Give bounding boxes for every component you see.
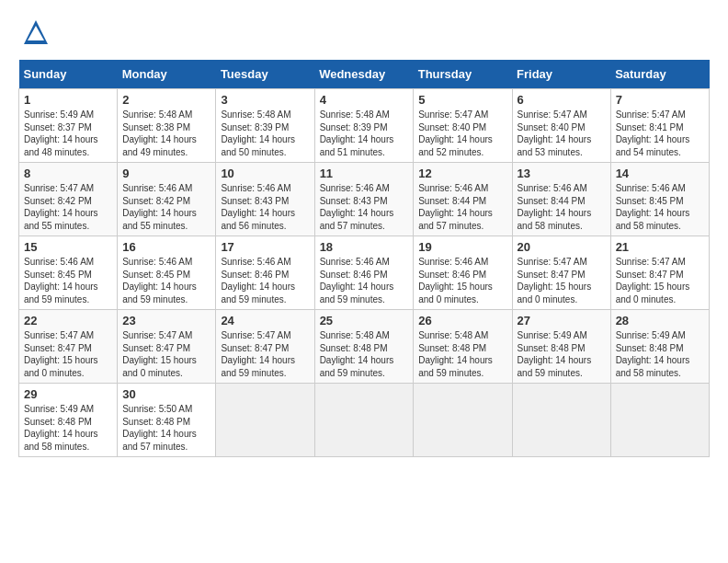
calendar-cell: 26 Sunrise: 5:48 AMSunset: 8:48 PMDaylig… [414,310,512,384]
day-info: Sunrise: 5:46 AMSunset: 8:45 PMDaylight:… [24,257,98,304]
logo-icon [22,18,50,46]
calendar-cell [314,384,414,457]
calendar-cell: 9 Sunrise: 5:46 AMSunset: 8:42 PMDayligh… [118,163,216,236]
day-info: Sunrise: 5:47 AMSunset: 8:47 PMDaylight:… [616,257,690,304]
day-info: Sunrise: 5:47 AMSunset: 8:42 PMDaylight:… [24,183,98,231]
day-info: Sunrise: 5:48 AMSunset: 8:48 PMDaylight:… [320,330,394,378]
calendar-week-1: 1 Sunrise: 5:49 AMSunset: 8:37 PMDayligh… [19,89,710,163]
day-number: 27 [518,314,606,327]
day-number: 28 [616,314,704,327]
calendar-cell: 11 Sunrise: 5:46 AMSunset: 8:43 PMDaylig… [314,163,414,236]
day-info: Sunrise: 5:46 AMSunset: 8:43 PMDaylight:… [221,183,295,231]
calendar-cell [610,384,709,457]
calendar-cell: 23 Sunrise: 5:47 AMSunset: 8:47 PMDaylig… [118,310,216,384]
day-info: Sunrise: 5:47 AMSunset: 8:40 PMDaylight:… [518,109,592,157]
calendar-cell: 16 Sunrise: 5:46 AMSunset: 8:45 PMDaylig… [118,236,216,310]
day-info: Sunrise: 5:47 AMSunset: 8:47 PMDaylight:… [518,257,592,304]
day-info: Sunrise: 5:48 AMSunset: 8:39 PMDaylight:… [221,109,295,157]
header-thursday: Thursday [414,60,512,89]
calendar-cell: 1 Sunrise: 5:49 AMSunset: 8:37 PMDayligh… [19,89,118,163]
day-number: 3 [221,93,309,107]
day-info: Sunrise: 5:50 AMSunset: 8:48 PMDaylight:… [122,404,197,452]
calendar-cell: 3 Sunrise: 5:48 AMSunset: 8:39 PMDayligh… [216,89,314,163]
day-number: 2 [122,93,210,107]
calendar-cell: 19 Sunrise: 5:46 AMSunset: 8:46 PMDaylig… [414,236,512,310]
day-info: Sunrise: 5:47 AMSunset: 8:47 PMDaylight:… [24,330,98,378]
day-number: 25 [320,314,409,327]
day-info: Sunrise: 5:49 AMSunset: 8:48 PMDaylight:… [518,330,592,378]
header-tuesday: Tuesday [216,60,314,89]
header-monday: Monday [118,60,216,89]
day-number: 6 [518,93,606,107]
day-number: 9 [122,167,210,180]
calendar-cell: 10 Sunrise: 5:46 AMSunset: 8:43 PMDaylig… [216,163,314,236]
header-wednesday: Wednesday [314,60,414,89]
day-info: Sunrise: 5:46 AMSunset: 8:46 PMDaylight:… [221,257,295,304]
calendar-cell: 14 Sunrise: 5:46 AMSunset: 8:45 PMDaylig… [610,163,709,236]
calendar-cell: 17 Sunrise: 5:46 AMSunset: 8:46 PMDaylig… [216,236,314,310]
day-number: 19 [418,240,506,254]
calendar-cell: 27 Sunrise: 5:49 AMSunset: 8:48 PMDaylig… [512,310,610,384]
day-number: 12 [418,167,506,180]
calendar-week-4: 22 Sunrise: 5:47 AMSunset: 8:47 PMDaylig… [19,310,710,384]
day-info: Sunrise: 5:46 AMSunset: 8:45 PMDaylight:… [122,257,197,304]
day-number: 14 [616,167,704,180]
day-info: Sunrise: 5:47 AMSunset: 8:47 PMDaylight:… [221,330,295,378]
calendar-table: SundayMondayTuesdayWednesdayThursdayFrid… [18,60,710,457]
logo-text [18,18,50,51]
day-info: Sunrise: 5:46 AMSunset: 8:44 PMDaylight:… [518,183,592,231]
day-number: 22 [24,314,112,327]
calendar-cell: 4 Sunrise: 5:48 AMSunset: 8:39 PMDayligh… [314,89,414,163]
header-sunday: Sunday [19,60,118,89]
day-info: Sunrise: 5:48 AMSunset: 8:48 PMDaylight:… [418,330,493,378]
day-info: Sunrise: 5:48 AMSunset: 8:39 PMDaylight:… [320,109,394,157]
day-info: Sunrise: 5:49 AMSunset: 8:48 PMDaylight:… [616,330,690,378]
day-number: 10 [221,167,309,180]
day-info: Sunrise: 5:46 AMSunset: 8:42 PMDaylight:… [122,183,197,231]
calendar-cell: 5 Sunrise: 5:47 AMSunset: 8:40 PMDayligh… [414,89,512,163]
calendar-week-3: 15 Sunrise: 5:46 AMSunset: 8:45 PMDaylig… [19,236,710,310]
day-info: Sunrise: 5:48 AMSunset: 8:38 PMDaylight:… [122,109,197,157]
day-number: 21 [616,240,704,254]
calendar-header-row: SundayMondayTuesdayWednesdayThursdayFrid… [19,60,710,89]
day-number: 29 [24,387,112,401]
day-info: Sunrise: 5:47 AMSunset: 8:47 PMDaylight:… [122,330,197,378]
day-number: 26 [418,314,506,327]
calendar-cell: 18 Sunrise: 5:46 AMSunset: 8:46 PMDaylig… [314,236,414,310]
calendar-cell: 22 Sunrise: 5:47 AMSunset: 8:47 PMDaylig… [19,310,118,384]
header-saturday: Saturday [610,60,709,89]
calendar-cell [414,384,512,457]
calendar-cell: 13 Sunrise: 5:46 AMSunset: 8:44 PMDaylig… [512,163,610,236]
day-number: 15 [24,240,112,254]
day-number: 8 [24,167,112,180]
calendar-week-2: 8 Sunrise: 5:47 AMSunset: 8:42 PMDayligh… [19,163,710,236]
day-number: 23 [122,314,210,327]
day-number: 24 [221,314,309,327]
day-info: Sunrise: 5:49 AMSunset: 8:37 PMDaylight:… [24,109,98,157]
logo [18,18,50,51]
header-friday: Friday [512,60,610,89]
page-header [18,18,710,51]
day-info: Sunrise: 5:47 AMSunset: 8:41 PMDaylight:… [616,109,690,157]
day-number: 17 [221,240,309,254]
day-info: Sunrise: 5:46 AMSunset: 8:43 PMDaylight:… [320,183,394,231]
calendar-cell: 8 Sunrise: 5:47 AMSunset: 8:42 PMDayligh… [19,163,118,236]
day-number: 18 [320,240,409,254]
calendar-cell [512,384,610,457]
day-number: 16 [122,240,210,254]
calendar-cell: 21 Sunrise: 5:47 AMSunset: 8:47 PMDaylig… [610,236,709,310]
day-info: Sunrise: 5:46 AMSunset: 8:46 PMDaylight:… [320,257,394,304]
calendar-week-5: 29 Sunrise: 5:49 AMSunset: 8:48 PMDaylig… [19,384,710,457]
day-number: 1 [24,93,112,107]
calendar-cell: 20 Sunrise: 5:47 AMSunset: 8:47 PMDaylig… [512,236,610,310]
calendar-cell: 12 Sunrise: 5:46 AMSunset: 8:44 PMDaylig… [414,163,512,236]
calendar-cell: 7 Sunrise: 5:47 AMSunset: 8:41 PMDayligh… [610,89,709,163]
day-number: 7 [616,93,704,107]
calendar-cell: 30 Sunrise: 5:50 AMSunset: 8:48 PMDaylig… [118,384,216,457]
calendar-cell: 15 Sunrise: 5:46 AMSunset: 8:45 PMDaylig… [19,236,118,310]
calendar-cell: 28 Sunrise: 5:49 AMSunset: 8:48 PMDaylig… [610,310,709,384]
day-number: 11 [320,167,409,180]
day-info: Sunrise: 5:46 AMSunset: 8:44 PMDaylight:… [418,183,493,231]
day-number: 13 [518,167,606,180]
calendar-cell: 25 Sunrise: 5:48 AMSunset: 8:48 PMDaylig… [314,310,414,384]
